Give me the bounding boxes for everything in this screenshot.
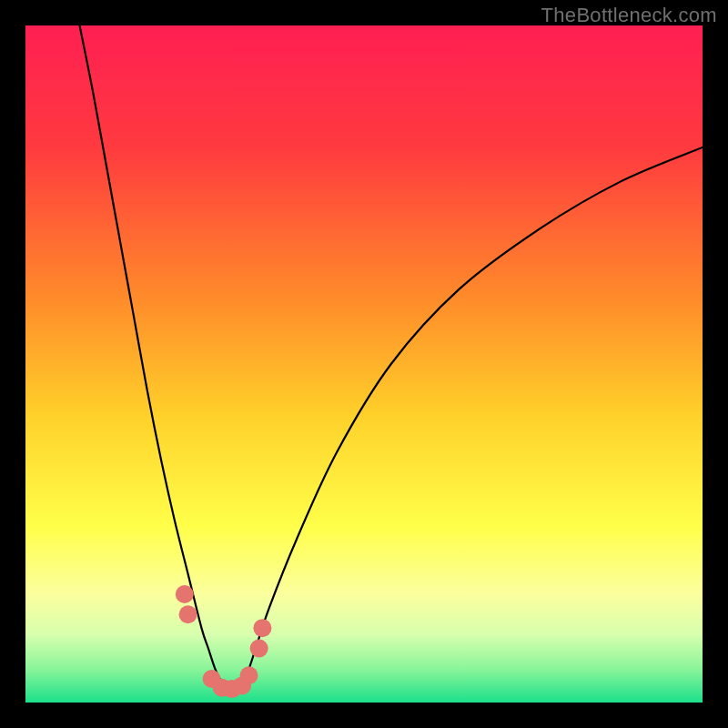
highlight-dot [179,605,197,623]
highlight-dot [240,666,258,684]
highlight-dot [176,585,194,603]
highlight-dot [253,619,271,637]
chart-background [25,25,703,703]
highlight-dot [250,639,268,657]
chart-frame [25,25,703,703]
chart-svg [25,25,703,703]
watermark-text: TheBottleneck.com [541,4,717,27]
